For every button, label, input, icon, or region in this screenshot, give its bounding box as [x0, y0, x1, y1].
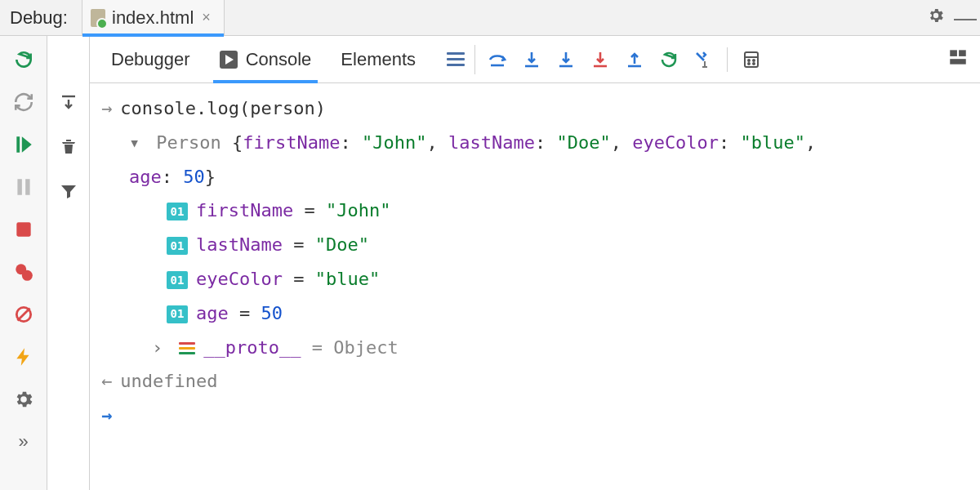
stop-button[interactable] [11, 217, 36, 242]
svg-rect-14 [959, 50, 966, 56]
settings-gear-icon[interactable] [921, 7, 951, 29]
svg-point-10 [753, 60, 755, 61]
tab-elements-label: Elements [341, 49, 416, 70]
tab-debugger[interactable]: Debugger [96, 36, 205, 83]
debug-tool-label: Debug: [0, 7, 82, 29]
tab-console[interactable]: Console [205, 36, 327, 83]
svg-rect-3 [16, 222, 30, 236]
run-to-line-icon[interactable] [655, 46, 683, 74]
input-arrow-icon: → [101, 91, 112, 126]
svg-rect-2 [25, 179, 29, 195]
object-field-row[interactable]: 01age = 50 [101, 296, 969, 331]
filter-icon[interactable] [57, 180, 80, 203]
svg-point-5 [21, 270, 32, 281]
titlebar: Debug: index.html × — [0, 0, 980, 36]
field-badge-icon: 01 [167, 203, 188, 220]
run-to-cursor-icon[interactable] [689, 46, 717, 74]
breakpoints-button[interactable] [11, 260, 36, 284]
mute-breakpoints-button[interactable] [11, 302, 36, 327]
svg-rect-8 [745, 52, 758, 67]
close-tab-icon[interactable]: × [202, 9, 211, 26]
field-badge-icon: 01 [167, 271, 188, 289]
minimize-icon[interactable]: — [951, 5, 980, 31]
field-badge-icon: 01 [167, 305, 188, 323]
proto-key: __proto__ [203, 337, 301, 358]
svg-point-9 [748, 60, 750, 61]
console-sidebar [47, 36, 90, 490]
step-into-icon[interactable] [518, 46, 546, 74]
console-output: → console.log(person) ▾ Person {firstNam… [90, 83, 980, 490]
step-into-blue-icon[interactable] [552, 46, 580, 74]
object-class-name: Person [156, 132, 220, 153]
more-button[interactable]: » [11, 430, 36, 454]
svg-rect-0 [16, 136, 20, 153]
layout-toggle-icon[interactable] [947, 47, 969, 73]
resume-button[interactable] [11, 132, 36, 157]
svg-point-11 [748, 63, 750, 65]
tab-elements[interactable]: Elements [326, 36, 430, 83]
update-button[interactable] [11, 90, 36, 114]
console-return-row: ← undefined [101, 364, 969, 399]
menu-icon[interactable] [442, 46, 470, 74]
expand-down-icon[interactable] [57, 91, 80, 114]
tab-console-label: Console [246, 49, 312, 70]
lightning-button[interactable] [11, 345, 36, 369]
file-tab-label: index.html [112, 7, 194, 29]
rerun-button[interactable] [11, 47, 36, 72]
pause-button[interactable] [11, 175, 36, 199]
svg-rect-7 [66, 140, 71, 141]
tab-debugger-label: Debugger [111, 49, 190, 70]
debug-actions-sidebar: » [0, 36, 47, 490]
step-over-icon[interactable] [483, 46, 511, 74]
object-field-row[interactable]: 01lastName = "Doe" [101, 228, 969, 262]
proto-list-icon [179, 342, 195, 354]
field-badge-icon: 01 [167, 237, 188, 255]
console-prompt-row[interactable]: → [101, 399, 969, 433]
html-file-icon [91, 9, 105, 27]
caret-right-icon[interactable]: › [152, 331, 165, 365]
debug-settings-button[interactable] [11, 387, 36, 412]
force-step-into-icon[interactable] [586, 46, 614, 74]
file-tab-index-html[interactable]: index.html × [82, 0, 225, 36]
svg-rect-1 [17, 179, 21, 195]
output-arrow-icon: ← [101, 364, 112, 399]
object-field-row[interactable]: 01eyeColor = "blue" [101, 262, 969, 296]
trash-icon[interactable] [57, 136, 80, 158]
caret-down-icon[interactable]: ▾ [129, 126, 142, 160]
proto-row[interactable]: › __proto__ = Object [101, 331, 969, 365]
object-field-row[interactable]: 01firstName = "John" [101, 194, 969, 228]
return-value: undefined [120, 364, 217, 399]
console-run-icon [220, 51, 238, 69]
svg-point-12 [753, 63, 755, 65]
console-command: console.log(person) [120, 91, 326, 126]
proto-value: Object [333, 337, 398, 358]
svg-rect-15 [950, 59, 966, 65]
prompt-arrow-icon: → [101, 399, 112, 433]
inspector-tab-toolbar: Debugger Console Elements [90, 36, 980, 83]
console-input-row: → console.log(person) [101, 91, 969, 126]
svg-rect-13 [950, 50, 957, 56]
step-out-icon[interactable] [621, 46, 648, 74]
object-summary-row[interactable]: ▾ Person {firstName: "John", lastName: "… [101, 126, 969, 194]
calculator-icon[interactable] [737, 46, 765, 74]
